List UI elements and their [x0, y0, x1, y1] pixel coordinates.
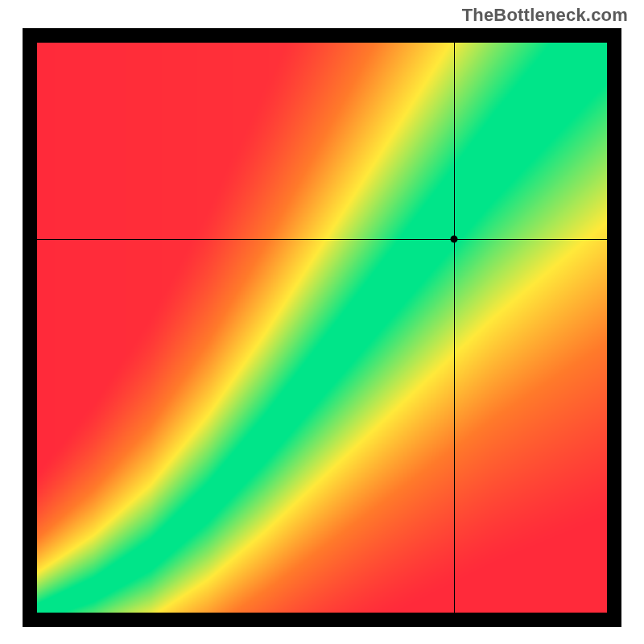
marker-dot — [451, 236, 458, 243]
crosshair-vertical — [454, 43, 455, 613]
crosshair-horizontal — [37, 239, 607, 240]
watermark-text: TheBottleneck.com — [462, 5, 628, 26]
chart-container: TheBottleneck.com — [0, 0, 644, 644]
chart-frame — [23, 28, 621, 627]
heatmap-canvas — [37, 43, 607, 613]
plot-area — [37, 43, 607, 613]
